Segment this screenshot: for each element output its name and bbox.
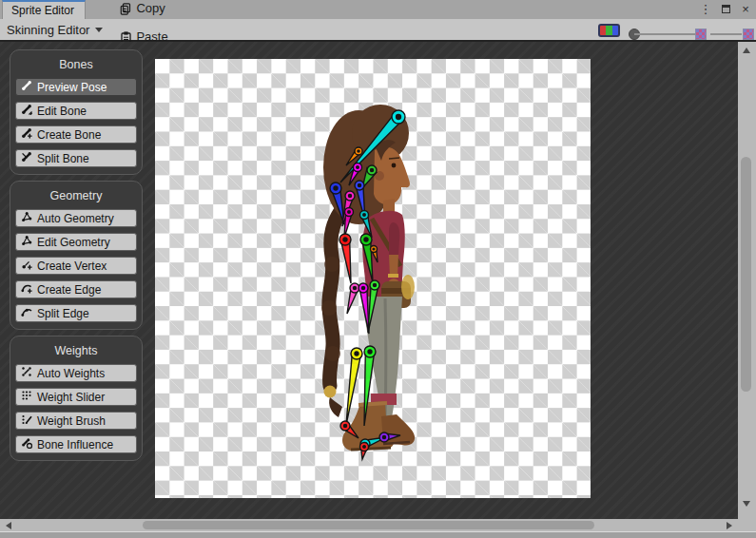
- horizontal-scrollbar-thumb[interactable]: [143, 521, 594, 529]
- bone-13[interactable]: [359, 288, 369, 334]
- panel-button-label: Bone Influence: [37, 438, 113, 452]
- panel-button-label: Create Vertex: [37, 259, 107, 273]
- auto-weights-icon: [21, 366, 32, 380]
- panel-button-weight-brush[interactable]: Weight Brush: [15, 412, 137, 430]
- split-bone-icon: [21, 151, 32, 165]
- preview-pose-icon: [21, 80, 32, 94]
- weight-brush-icon: [21, 413, 32, 428]
- scroll-right-icon[interactable]: [727, 522, 732, 529]
- window-menu-icon[interactable]: ⋮: [699, 0, 712, 19]
- weight-slider-icon: [21, 390, 32, 404]
- panel-title: Bones: [10, 54, 142, 78]
- bone-joint-hole-12: [353, 286, 358, 291]
- bone-joint-hole-20: [362, 445, 366, 449]
- bone-joint-hole-7: [362, 213, 366, 217]
- tab-title: Sprite Editor: [11, 4, 74, 17]
- bone-joint-hole-6: [348, 194, 353, 199]
- bone-joint-hole-3: [370, 168, 375, 173]
- scroll-up-icon[interactable]: [743, 48, 750, 53]
- bone-joint-hole-10: [363, 237, 368, 241]
- panel-button-weight-slider[interactable]: Weight Slider: [15, 388, 137, 406]
- panel-geometry: GeometryAuto GeometryEdit GeometryCreate…: [10, 181, 143, 330]
- chevron-down-icon: [95, 28, 103, 32]
- panel-button-label: Split Bone: [37, 152, 89, 165]
- edit-geometry-icon: [21, 235, 32, 249]
- bone-joint-hole-1: [357, 149, 360, 153]
- close-icon[interactable]: ×: [739, 0, 752, 19]
- character-sprite-and-skeleton: [155, 59, 591, 498]
- sprite-editor-window: Sprite Editor ⋮ × Skinning Editor Reset …: [0, 0, 756, 538]
- maximize-icon[interactable]: [719, 0, 732, 19]
- bone-joint-hole-4: [333, 185, 338, 190]
- bone-color-swatch-button[interactable]: [598, 24, 620, 37]
- create-bone-icon: [21, 127, 32, 142]
- panel-button-auto-weights[interactable]: Auto Weights: [15, 364, 137, 382]
- sprite-canvas[interactable]: [155, 59, 591, 498]
- tab-sprite-editor[interactable]: Sprite Editor: [2, 0, 86, 19]
- bone-joint-hole-11: [372, 247, 375, 250]
- skinning-editor-dropdown-label: Skinning Editor: [7, 23, 89, 37]
- checker-swatch-icon: [695, 29, 707, 40]
- panel-button-label: Weight Slider: [37, 391, 105, 404]
- panel-title: Geometry: [10, 185, 142, 209]
- bone-joint-hole-5: [358, 183, 362, 188]
- create-edge-icon: [21, 282, 32, 297]
- panel-bones: BonesPreview PoseEdit BoneCreate BoneSpl…: [10, 49, 143, 175]
- bone-joint-hole-19: [382, 435, 387, 440]
- panel-weights: WeightsAuto WeightsWeight SliderWeight B…: [10, 336, 143, 461]
- panel-button-preview-pose[interactable]: Preview Pose: [15, 78, 137, 96]
- bone-influence-icon: [21, 437, 32, 452]
- panel-button-label: Weight Brush: [37, 414, 106, 428]
- panel-button-split-bone[interactable]: Split Bone: [15, 149, 137, 167]
- vertical-scrollbar-thumb[interactable]: [741, 157, 751, 392]
- panel-button-label: Create Edge: [37, 283, 101, 297]
- bone-joint-hole-14: [373, 283, 378, 288]
- panel-button-label: Create Bone: [37, 128, 101, 142]
- panel-button-create-bone[interactable]: Create Bone: [15, 125, 137, 144]
- bone-joint-hole-15: [354, 351, 359, 355]
- bone-opacity-slider-track[interactable]: [634, 33, 695, 35]
- bone-joint-hole-0: [396, 114, 401, 120]
- edit-bone-icon: [21, 104, 32, 118]
- bone-joint-hole-17: [343, 424, 348, 429]
- vertical-scrollbar[interactable]: [738, 42, 756, 531]
- panel-button-create-edge[interactable]: Create Edge: [15, 280, 137, 298]
- panel-button-label: Edit Geometry: [37, 236, 110, 249]
- panel-button-edit-geometry[interactable]: Edit Geometry: [15, 233, 137, 251]
- create-vertex-icon: [21, 259, 32, 273]
- canvas-background: BonesPreview PoseEdit BoneCreate BoneSpl…: [0, 42, 756, 519]
- panel-button-bone-influence[interactable]: Bone Influence: [15, 435, 137, 453]
- bone-joint-hole-2: [356, 165, 359, 169]
- window-controls: ⋮ ×: [699, 0, 752, 19]
- panel-button-label: Preview Pose: [37, 81, 107, 94]
- scroll-down-icon[interactable]: [743, 501, 750, 507]
- panel-button-create-vertex[interactable]: Create Vertex: [15, 257, 137, 275]
- panel-button-split-edge[interactable]: Split Edge: [15, 304, 137, 322]
- skinning-toolbar: Skinning Editor Reset PoseSprite SheetCo…: [0, 19, 756, 42]
- panel-title: Weights: [10, 340, 142, 364]
- panel-button-label: Split Edge: [37, 307, 89, 320]
- window-bottom-edge: [0, 531, 756, 538]
- panel-button-auto-geometry[interactable]: Auto Geometry: [15, 209, 137, 227]
- checker-swatch-icon-2: [743, 29, 754, 40]
- bone-joint-hole-8: [347, 210, 351, 214]
- horizontal-scrollbar[interactable]: [0, 519, 738, 531]
- scroll-left-icon[interactable]: [6, 522, 11, 529]
- toolbar-button-copy[interactable]: Copy: [110, 1, 213, 15]
- toolbar-button-label: Copy: [136, 1, 165, 15]
- split-edge-icon: [21, 306, 32, 320]
- panel-button-label: Auto Weights: [37, 367, 105, 380]
- bone-joint-hole-9: [342, 237, 347, 241]
- panel-button-label: Auto Geometry: [37, 212, 114, 225]
- auto-geometry-icon: [21, 211, 32, 225]
- copy-icon: [119, 2, 132, 15]
- skinning-editor-dropdown[interactable]: Skinning Editor: [0, 19, 110, 40]
- braid-bead: [324, 386, 337, 398]
- bone-joint-hole-16: [367, 349, 372, 354]
- bone-joint-hole-13: [361, 286, 366, 291]
- panel-button-label: Edit Bone: [37, 105, 87, 118]
- sprite-opacity-slider-track[interactable]: [710, 33, 742, 35]
- panel-button-edit-bone[interactable]: Edit Bone: [15, 102, 137, 120]
